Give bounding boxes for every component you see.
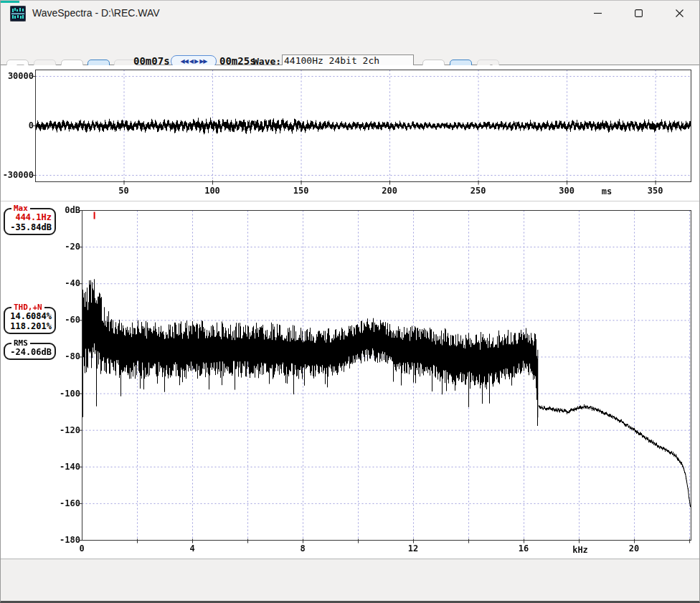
app-icon [10,6,26,22]
waveform-plot [1,65,700,201]
thd-readout: THD,+N 14.6084% 118.201% [4,307,56,334]
spectrum-plot [1,201,700,559]
step-forward-icon[interactable]: ▶ [194,58,198,65]
max-frequency-value: 444.1Hz [6,212,52,222]
close-icon [676,9,684,17]
step-back-icon[interactable]: ◀ [189,58,193,65]
window-title: WaveSpectra - D:\REC.WAV [32,7,160,19]
minimize-icon [594,9,602,17]
waveform-panel: 300000-3000050100150200250300350ms [1,65,700,201]
rms-readout: RMS -24.06dB [4,343,56,360]
close-button[interactable] [663,1,696,26]
minimize-button[interactable] [581,1,614,26]
max-level-value: -35.84dB [6,222,52,232]
spectrum-panel: 0dB-20-40-60-80-100-120-140-160-18004812… [1,201,700,559]
thd-value-2: 118.201% [6,321,52,331]
maximize-icon [635,9,643,17]
maximize-button[interactable] [622,1,655,26]
thd-value-1: 14.6084% [6,311,52,321]
wavespectra-window: WaveSpectra - D:\REC.WAV [0,0,700,603]
max-readout-label: Max [11,204,30,213]
rewind-icon[interactable]: ◀◀ [181,58,188,65]
max-readout: Max 444.1Hz -35.84dB [4,208,56,235]
thd-readout-label: THD,+N [11,303,44,312]
bottom-control-bar: Main Peak - OVL1 L S Avg: 1 - OVL2 L S T… [1,559,700,602]
background-window-accent [1,0,19,3]
fast-forward-icon[interactable]: ▶▶ [199,58,207,65]
rms-value: -24.06dB [6,347,52,357]
toolbar: 00m07s ◀◀ ◀ ▶ ▶▶ 00m25s Wave: FFT: fps: … [1,27,699,65]
title-bar: WaveSpectra - D:\REC.WAV [1,1,699,27]
rms-readout-label: RMS [11,338,30,348]
